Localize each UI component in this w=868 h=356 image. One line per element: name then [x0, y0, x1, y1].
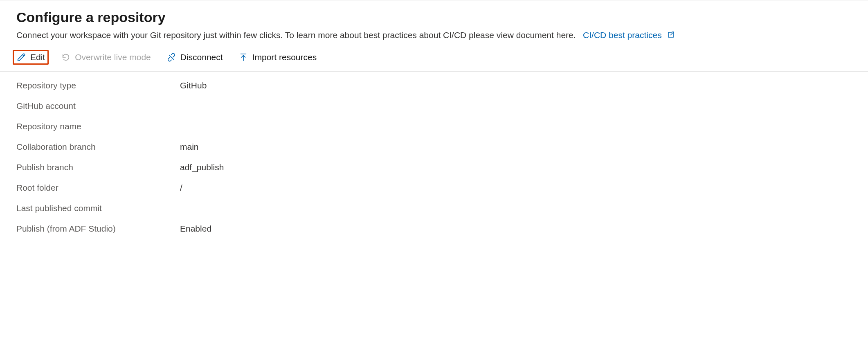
disconnect-button[interactable]: Disconnect	[163, 51, 226, 64]
detail-row-github-account: GitHub account	[16, 101, 868, 111]
edit-button-label: Edit	[30, 52, 45, 62]
external-link-icon	[667, 31, 675, 41]
detail-row-root-folder: Root folder /	[16, 183, 868, 193]
detail-row-repository-name: Repository name	[16, 122, 868, 131]
toolbar: Edit Overwrite live mode Disconnect	[0, 50, 868, 72]
detail-value: adf_publish	[180, 162, 224, 172]
detail-label: GitHub account	[16, 101, 180, 111]
detail-value: main	[180, 142, 199, 152]
page-title: Configure a repository	[16, 9, 868, 25]
overwrite-live-mode-button[interactable]: Overwrite live mode	[58, 51, 154, 64]
import-resources-button[interactable]: Import resources	[235, 51, 320, 64]
detail-label: Repository name	[16, 122, 180, 131]
detail-row-collaboration-branch: Collaboration branch main	[16, 142, 868, 152]
detail-row-repository-type: Repository type GitHub	[16, 81, 868, 90]
repository-details: Repository type GitHub GitHub account Re…	[16, 81, 868, 234]
detail-label: Publish branch	[16, 162, 180, 172]
import-button-label: Import resources	[252, 52, 317, 62]
configure-repository-page: Configure a repository Connect your work…	[0, 0, 868, 277]
page-description: Connect your workspace with your Git rep…	[16, 30, 868, 41]
detail-value: GitHub	[180, 81, 207, 90]
pencil-icon	[16, 52, 26, 62]
disconnect-button-label: Disconnect	[180, 52, 223, 62]
edit-button[interactable]: Edit	[13, 50, 49, 65]
detail-row-publish-branch: Publish branch adf_publish	[16, 162, 868, 172]
disconnect-icon	[166, 52, 176, 62]
overwrite-button-label: Overwrite live mode	[75, 52, 151, 62]
detail-label: Repository type	[16, 81, 180, 90]
refresh-icon	[61, 52, 71, 62]
import-up-arrow-icon	[238, 52, 248, 62]
cicd-link-label: CI/CD best practices	[583, 30, 662, 40]
detail-label: Root folder	[16, 183, 180, 193]
cicd-best-practices-link[interactable]: CI/CD best practices	[583, 30, 675, 40]
detail-row-last-published-commit: Last published commit	[16, 203, 868, 213]
detail-row-publish-adf-studio: Publish (from ADF Studio) Enabled	[16, 224, 868, 234]
detail-value: /	[180, 183, 182, 193]
detail-label: Publish (from ADF Studio)	[16, 224, 180, 234]
page-description-text: Connect your workspace with your Git rep…	[16, 30, 576, 40]
detail-label: Last published commit	[16, 203, 180, 213]
detail-value: Enabled	[180, 224, 211, 234]
detail-label: Collaboration branch	[16, 142, 180, 152]
